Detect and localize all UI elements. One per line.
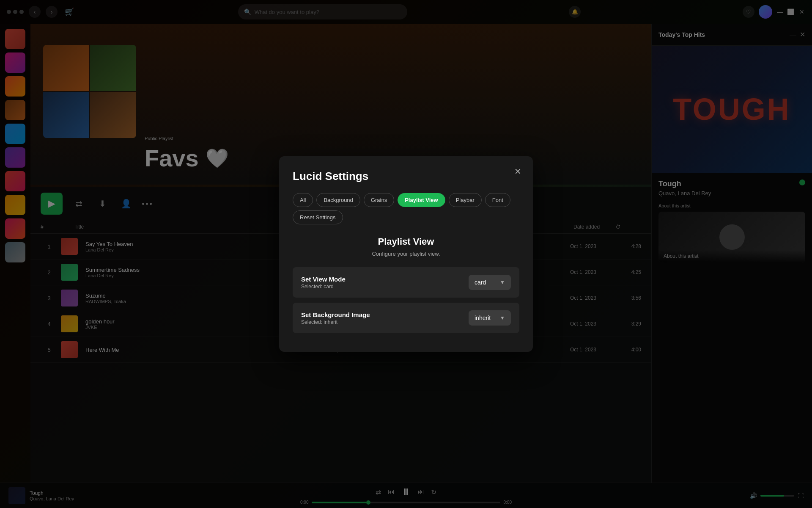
setting-view_mode: Set View Mode Selected: card card ▼ xyxy=(293,267,519,298)
setting-label-group: Set View Mode Selected: card xyxy=(301,276,346,290)
settings-container: Set View Mode Selected: card card ▼ Set … xyxy=(293,267,519,333)
setting-select-view_mode[interactable]: card ▼ xyxy=(469,275,511,290)
tab-playlist_view[interactable]: Playlist View xyxy=(398,193,445,207)
setting-label: Set Background Image xyxy=(301,311,370,318)
lucid-settings-modal: Lucid Settings ✕ AllBackgroundGrainsPlay… xyxy=(279,156,533,352)
tabs-container: AllBackgroundGrainsPlaylist ViewPlaybarF… xyxy=(293,193,519,224)
setting-sublabel: Selected: inherit xyxy=(301,319,370,325)
modal-close-button[interactable]: ✕ xyxy=(511,165,524,178)
tab-all[interactable]: All xyxy=(293,193,313,207)
chevron-down-icon: ▼ xyxy=(500,279,505,285)
setting-label-group: Set Background Image Selected: inherit xyxy=(301,311,370,325)
modal-overlay[interactable]: Lucid Settings ✕ AllBackgroundGrainsPlay… xyxy=(0,0,812,508)
modal-section-title: Playlist View xyxy=(293,236,519,247)
select-value: card xyxy=(475,279,486,286)
tab-grains[interactable]: Grains xyxy=(364,193,394,207)
modal-tabs: AllBackgroundGrainsPlaylist ViewPlaybarF… xyxy=(293,193,519,224)
setting-sublabel: Selected: card xyxy=(301,284,346,290)
tab-reset[interactable]: Reset Settings xyxy=(293,210,343,224)
setting-select-background_image[interactable]: inherit ▼ xyxy=(469,310,511,326)
select-value: inherit xyxy=(475,315,491,321)
tab-playbar[interactable]: Playbar xyxy=(449,193,482,207)
tab-background[interactable]: Background xyxy=(316,193,360,207)
modal-title: Lucid Settings xyxy=(293,170,519,183)
setting-background_image: Set Background Image Selected: inherit i… xyxy=(293,303,519,333)
chevron-down-icon: ▼ xyxy=(500,315,505,321)
tab-font[interactable]: Font xyxy=(485,193,510,207)
setting-label: Set View Mode xyxy=(301,276,346,283)
modal-section-desc: Configure your playlist view. xyxy=(293,251,519,257)
